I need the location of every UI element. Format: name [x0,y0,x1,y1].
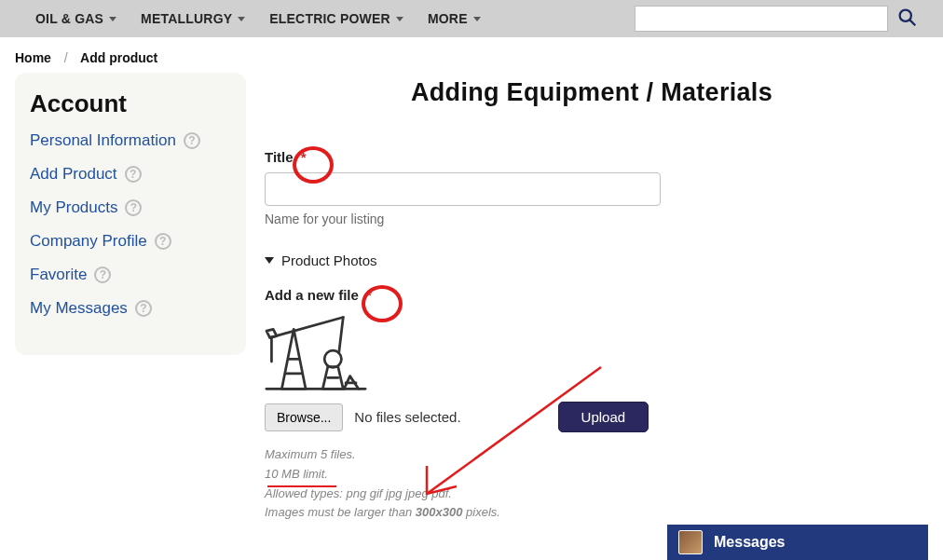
product-photos-disclosure[interactable]: Product Photos [265,253,919,268]
title-label: Title * [265,149,307,165]
svg-point-0 [900,9,911,20]
add-file-label-text: Add a new file [265,287,359,303]
file-browse-row: Browse... No files selected. Upload [265,402,919,432]
nav-label: OIL & GAS [35,11,103,26]
content: Adding Equipment / Materials Title * Nam… [265,73,928,523]
top-nav: OIL & GAS METALLURGY ELECTRIC POWER MORE [35,11,635,26]
hint-types: Allowed types: png gif jpg jpeg pdf. [265,485,919,504]
sidebar-item-label: Favorite [30,266,87,284]
required-asterisk: * [366,287,372,303]
breadcrumb: Home / Add product [0,37,943,73]
help-icon[interactable]: ? [135,300,152,317]
svg-line-6 [270,317,344,337]
sidebar-item-label: Add Product [30,165,117,184]
chevron-down-icon [473,17,481,21]
nav-metallurgy[interactable]: METALLURGY [141,11,245,26]
sidebar-item-personal-information[interactable]: Personal Information ? [30,131,231,150]
sidebar-item-company-profile[interactable]: Company Profile ? [30,232,231,251]
sidebar-item-favorite[interactable]: Favorite ? [30,266,231,284]
sidebar-title: Account [30,89,231,118]
breadcrumb-current: Add product [80,50,157,65]
page-title: Adding Equipment / Materials [265,78,919,107]
sidebar-item-my-products[interactable]: My Products ? [30,198,231,217]
chevron-down-icon [109,17,116,21]
add-file-label: Add a new file * [265,287,919,303]
sidebar: Account Personal Information ? Add Produ… [15,73,246,355]
sidebar-item-my-messages[interactable]: My Messages ? [30,299,231,318]
sidebar-item-label: My Messages [30,299,128,318]
sidebar-item-label: Personal Information [30,131,176,150]
upload-button[interactable]: Upload [558,402,649,432]
breadcrumb-separator: / [64,50,68,65]
svg-line-9 [339,317,344,352]
help-icon[interactable]: ? [155,233,171,250]
nav-oil-gas[interactable]: OIL & GAS [35,11,116,26]
hint-dimensions: Images must be larger than 300x300 pixel… [265,503,919,523]
required-asterisk: * [301,149,307,165]
help-icon[interactable]: ? [94,266,111,283]
title-input[interactable] [265,172,661,206]
search-icon[interactable] [897,7,917,31]
sidebar-item-add-product[interactable]: Add Product ? [30,165,231,184]
add-file-section: Add a new file * [265,287,919,523]
main: Account Personal Information ? Add Produ… [0,73,943,523]
svg-line-1 [909,20,915,25]
top-bar: OIL & GAS METALLURGY ELECTRIC POWER MORE [0,0,943,37]
nav-label: ELECTRIC POWER [269,11,390,26]
file-hints: Maximum 5 files. 10 MB limit. Allowed ty… [265,445,919,523]
disclosure-triangle-icon [265,257,274,264]
disclosure-label: Product Photos [281,253,377,268]
hint-maxfiles: Maximum 5 files. [265,445,919,465]
sidebar-item-label: My Products [30,198,117,217]
nav-label: METALLURGY [141,11,232,26]
sidebar-item-label: Company Profile [30,232,147,251]
title-help: Name for your listing [265,212,919,226]
nav-electric-power[interactable]: ELECTRIC POWER [269,11,403,26]
chevron-down-icon [396,17,403,21]
help-icon[interactable]: ? [184,132,200,149]
help-icon[interactable]: ? [125,199,142,216]
breadcrumb-home[interactable]: Home [15,50,51,65]
no-files-text: No files selected. [354,409,460,425]
browse-button[interactable]: Browse... [265,403,343,431]
help-icon[interactable]: ? [125,166,142,183]
nav-more[interactable]: MORE [428,11,481,26]
title-label-text: Title [265,149,294,165]
hint-sizelimit: 10 MB limit. [265,465,919,485]
search-input[interactable] [635,6,888,32]
pumpjack-icon [265,312,919,396]
nav-label: MORE [428,11,468,26]
sidebar-list: Personal Information ? Add Product ? My … [30,131,231,318]
chevron-down-icon [238,17,245,21]
